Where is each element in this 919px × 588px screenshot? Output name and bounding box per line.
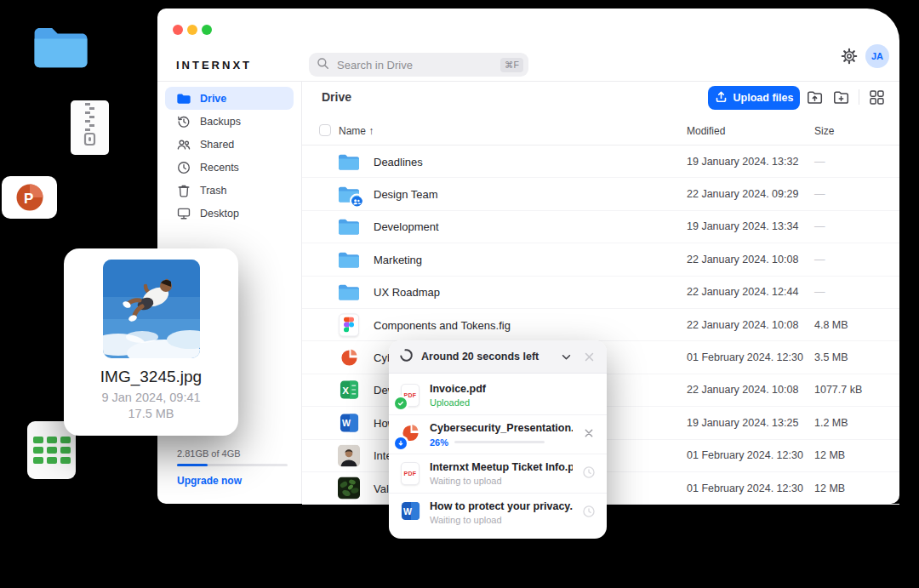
sort-arrow-icon: ↑ [368, 125, 374, 137]
table-row[interactable]: Design Team 22 January 2024. 09:29 — [302, 178, 899, 210]
app-logo: INTERNXT [176, 59, 252, 71]
upload-folder-icon[interactable] [806, 88, 824, 106]
minimize-window-button[interactable] [187, 25, 197, 35]
toolbar-divider [859, 89, 859, 105]
storage-progress-fill [177, 464, 208, 466]
select-all-checkbox[interactable] [319, 124, 331, 136]
xls-icon: X [338, 379, 360, 402]
folder-shared-icon [338, 183, 360, 206]
search-input[interactable] [335, 58, 494, 72]
photo-plant-icon [338, 477, 360, 500]
sidebar-item-backups[interactable]: Backups [165, 110, 294, 133]
sidebar-item-desktop[interactable]: Desktop [165, 202, 294, 225]
sidebar-item-drive[interactable]: Drive [165, 87, 294, 110]
upload-files-label: Upload files [733, 92, 794, 104]
photo-person-icon [338, 444, 360, 467]
image-card-size: 17.5 MB [64, 407, 238, 420]
upload-files-button[interactable]: Upload files [708, 86, 800, 110]
uploaded-check-badge [395, 397, 407, 409]
trash-icon [176, 183, 191, 198]
clock-icon [176, 160, 191, 175]
floating-powerpoint-icon: P [2, 176, 57, 219]
name-column-header[interactable]: Name ↑ [339, 125, 374, 137]
floating-zip-file-icon [71, 100, 109, 155]
upload-status-label: Uploaded [430, 397, 573, 408]
photo-thumbnail [103, 260, 200, 358]
upload-status-label: Waiting to upload [430, 476, 573, 486]
people-icon [176, 137, 191, 152]
folder-fill-icon [176, 91, 191, 106]
pdf-icon: PDF [401, 462, 420, 485]
upload-progress-popup: Around 20 seconds left PDF Invoice.pdf U… [389, 340, 607, 539]
floating-folder-icon [32, 23, 89, 73]
spinner-icon [399, 348, 414, 366]
image-card-date: 9 Jan 2024, 09:41 [64, 391, 238, 404]
window-controls [173, 25, 212, 35]
folder-icon [338, 150, 360, 173]
upload-percent-label: 26% [430, 437, 448, 448]
sidebar-item-shared[interactable]: Shared [165, 133, 294, 156]
figma-icon [338, 313, 360, 336]
page-title: Drive [322, 90, 351, 104]
upload-progress: 26% [430, 437, 573, 448]
doc-icon: W [401, 501, 420, 524]
grid-view-icon[interactable] [868, 88, 886, 106]
search-shortcut-badge: ⌘F [500, 58, 523, 72]
upload-files-icon [715, 90, 728, 106]
modified-column-header[interactable]: Modified [687, 125, 725, 137]
table-row[interactable]: Development 19 January 2024. 13:34 — [302, 211, 899, 243]
upgrade-link[interactable]: Upgrade now [177, 475, 288, 487]
svg-text:X: X [342, 385, 349, 396]
new-folder-icon[interactable] [832, 88, 850, 106]
sidebar-item-recents[interactable]: Recents [165, 156, 294, 179]
search-icon [317, 57, 329, 73]
canvas: P IMG_3 [0, 0, 919, 588]
image-card-filename: IMG_3245.jpg [64, 368, 238, 386]
table-row[interactable]: Deadlines 19 January 2024. 13:32 — [302, 146, 899, 178]
ppt-icon [338, 346, 360, 369]
waiting-clock-icon [582, 505, 596, 522]
upload-popup-header: Around 20 seconds left [389, 340, 607, 374]
table-header: Name ↑ Modified Size [302, 124, 899, 138]
cancel-upload-icon[interactable] [583, 427, 595, 442]
desktop-icon [176, 206, 191, 221]
svg-text:W: W [341, 418, 350, 428]
size-column-header[interactable]: Size [814, 125, 834, 137]
waiting-clock-icon [582, 465, 596, 482]
avatar[interactable]: JA [865, 44, 889, 68]
backup-icon [176, 114, 191, 129]
upload-item: W How to protect your privacy.doc Waitin… [389, 493, 607, 532]
doc-icon: W [338, 411, 360, 434]
close-window-button[interactable] [173, 25, 183, 35]
folder-icon [338, 248, 360, 271]
storage-usage-label: 2.81GB of 4GB [177, 448, 288, 459]
folder-icon [338, 215, 360, 238]
chevron-down-icon[interactable] [558, 349, 574, 364]
search-bar[interactable]: ⌘F [309, 53, 528, 77]
upload-eta-label: Around 20 seconds left [421, 351, 551, 363]
folder-icon [338, 281, 360, 304]
svg-text:W: W [402, 506, 411, 517]
sidebar-item-trash[interactable]: Trash [165, 179, 294, 202]
upload-status-label: Waiting to upload [430, 515, 573, 525]
svg-text:P: P [24, 191, 33, 207]
storage-widget: 2.81GB of 4GB Upgrade now [177, 448, 288, 487]
table-row[interactable]: Components and Tokens.fig 22 January 202… [302, 309, 899, 341]
upload-item: PDF Internxt Meetup Ticket Info.pdf Wait… [389, 454, 607, 493]
storage-progress-track [177, 464, 288, 466]
floating-image-card: IMG_3245.jpg 9 Jan 2024, 09:41 17.5 MB [64, 248, 238, 436]
upload-item: PDF Invoice.pdf Uploaded [389, 375, 607, 414]
uploading-arrow-badge [395, 437, 407, 449]
settings-gear-icon[interactable] [841, 48, 858, 65]
zoom-window-button[interactable] [202, 25, 212, 35]
upload-item: Cybersecurity_Presentation.ppt 26% [389, 414, 607, 454]
table-row[interactable]: Marketing 22 January 2024. 10:08 — [302, 243, 899, 276]
table-row[interactable]: UX Roadmap 22 January 2024. 12:44 — [302, 277, 899, 309]
close-popup-icon[interactable] [581, 349, 596, 364]
